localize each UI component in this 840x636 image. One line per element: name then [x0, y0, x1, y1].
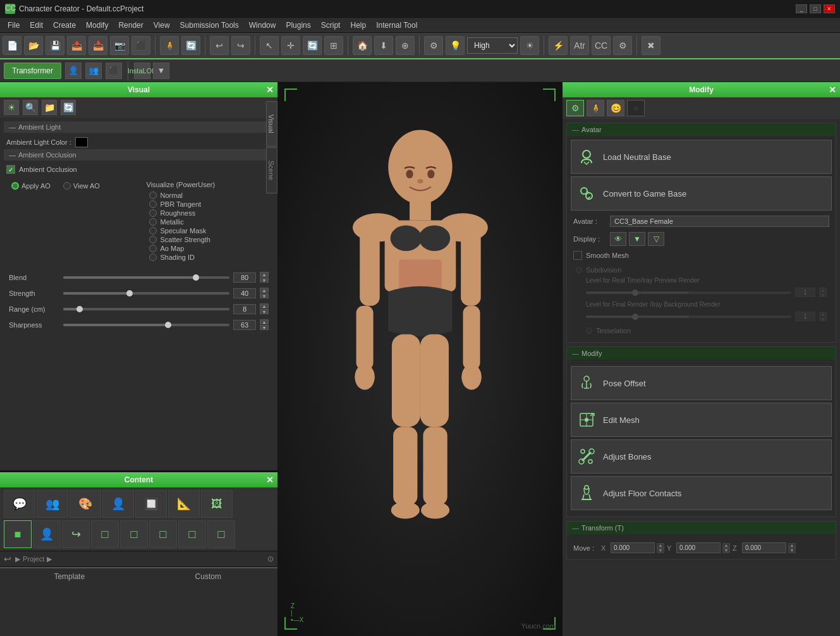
adjust-bones-button[interactable]: Adjust Bones [571, 439, 832, 474]
load-neutral-base-button[interactable]: Load Neutral Base [571, 140, 832, 174]
dl-btn[interactable]: ⬇ [374, 36, 393, 55]
edit-mesh-button[interactable]: Edit Mesh [571, 403, 832, 437]
new-btn[interactable]: 📄 [3, 36, 21, 55]
motion-btn[interactable]: 🔄 [181, 36, 200, 55]
rp-tab-person[interactable]: 🧍 [587, 100, 604, 116]
range-slider[interactable] [63, 308, 229, 310]
select-btn[interactable]: ↖ [260, 36, 279, 55]
visual-refresh-icon[interactable]: 🔄 [61, 100, 76, 115]
shading-id-radio[interactable] [149, 254, 157, 261]
rp-tab-dark[interactable]: ■ [627, 100, 645, 116]
content-icon-mesh[interactable]: 🔲 [135, 490, 167, 518]
content-icon-green[interactable]: ■ [4, 520, 32, 548]
content-icon-sq4[interactable]: □ [178, 520, 206, 548]
sharpness-slider[interactable] [63, 324, 229, 326]
strength-value[interactable] [233, 288, 256, 298]
light-btn[interactable]: 💡 [446, 36, 465, 55]
center-btn[interactable]: ⊕ [396, 36, 415, 55]
move-z-input[interactable] [742, 542, 786, 553]
pbr-tangent-radio[interactable] [149, 200, 157, 208]
scale-btn[interactable]: ⊞ [324, 36, 343, 55]
tb2-icon2[interactable]: 👥 [85, 63, 102, 79]
content-icon-sq5[interactable]: □ [207, 520, 235, 548]
content-icon-sq2[interactable]: □ [120, 520, 148, 548]
strength-up[interactable]: ▲ [260, 288, 269, 293]
cc-btn[interactable]: CC [592, 36, 611, 55]
adjust-floor-contacts-button[interactable]: Adjust Floor Contacts [571, 476, 832, 510]
move-x-up[interactable]: ▲ [657, 543, 664, 548]
menu-edit[interactable]: Edit [25, 20, 48, 31]
instalod-icon[interactable]: InstaLOD [134, 63, 150, 79]
smooth-mesh-checkbox[interactable] [573, 251, 582, 260]
sharpness-value[interactable] [233, 320, 256, 330]
avatar-field-value[interactable] [610, 216, 829, 227]
strength-slider[interactable] [63, 292, 229, 295]
content-icon-align[interactable]: 📐 [168, 490, 200, 518]
minimize-button[interactable]: _ [796, 4, 807, 13]
open-btn[interactable]: 📂 [24, 36, 43, 55]
content-icon-chat[interactable]: 💬 [4, 490, 35, 518]
content-icon-users[interactable]: 👥 [37, 490, 68, 518]
rotate-btn[interactable]: 🔄 [303, 36, 322, 55]
roughness-radio[interactable] [149, 209, 157, 217]
blend-up[interactable]: ▲ [260, 272, 269, 277]
character-btn[interactable]: 🧍 [160, 36, 179, 55]
nav-back-btn[interactable]: ↩ [4, 554, 11, 564]
sun-btn[interactable]: ☀ [520, 36, 539, 55]
instalod-dropdown[interactable]: ▼ [153, 63, 169, 79]
blend-slider[interactable] [63, 276, 229, 279]
atr-btn[interactable]: Atr [570, 36, 589, 55]
extra-btn[interactable]: ✖ [642, 36, 660, 55]
blend-down[interactable]: ▼ [260, 278, 269, 283]
maximize-button[interactable]: □ [810, 4, 821, 13]
content-icon-image[interactable]: 🖼 [201, 490, 233, 518]
tb2-icon1[interactable]: 👤 [65, 63, 82, 79]
viewport-content[interactable]: Z | •—X [278, 82, 562, 636]
move-z-up[interactable]: ▲ [788, 543, 796, 548]
blend-value[interactable] [233, 272, 256, 283]
menu-script[interactable]: Script [316, 20, 346, 31]
sharpness-down[interactable]: ▼ [260, 325, 269, 330]
menu-window[interactable]: Window [244, 20, 281, 31]
move-z-down[interactable]: ▼ [788, 548, 796, 553]
ik-btn[interactable]: ⚡ [549, 36, 568, 55]
tab-template[interactable]: Template [0, 567, 139, 585]
move-y-down[interactable]: ▼ [722, 548, 730, 553]
menu-create[interactable]: Create [48, 20, 81, 31]
sharpness-up[interactable]: ▲ [260, 319, 269, 324]
settings2-btn[interactable]: ⚙ [613, 36, 632, 55]
content-icon-redo[interactable]: ↪ [62, 520, 90, 548]
close-button[interactable]: ✕ [824, 4, 835, 13]
apply-ao-radio[interactable]: Apply AO [11, 182, 51, 190]
convert-to-game-base-button[interactable]: Convert to Game Base [571, 176, 832, 211]
display-down2-icon[interactable]: ▽ [648, 232, 664, 246]
visual-panel-close[interactable]: ✕ [266, 85, 274, 95]
display-eye-icon[interactable]: 👁 [610, 232, 626, 246]
modify-panel-close[interactable]: ✕ [829, 85, 836, 95]
pose-offset-button[interactable]: Pose Offset [571, 366, 832, 400]
content-icon-paint[interactable]: 🎨 [70, 490, 101, 518]
save-btn[interactable]: 💾 [46, 36, 64, 55]
menu-internal[interactable]: Internal Tool [371, 20, 422, 31]
tab-custom[interactable]: Custom [139, 567, 278, 585]
content-icon-sq3[interactable]: □ [149, 520, 177, 548]
visual-side-tab[interactable]: Visual [266, 101, 277, 147]
display-down-icon[interactable]: ▼ [629, 232, 645, 246]
gear-icon[interactable]: ⚙ [424, 36, 443, 55]
view-ao-radio[interactable]: View AO [63, 182, 100, 190]
normal-radio[interactable] [149, 192, 157, 199]
strength-down[interactable]: ▼ [260, 293, 269, 298]
menu-view[interactable]: View [149, 20, 175, 31]
rp-tab-face[interactable]: 😊 [607, 100, 624, 116]
content-icon-sq1[interactable]: □ [91, 520, 119, 548]
move-y-up[interactable]: ▲ [722, 543, 730, 548]
menu-render[interactable]: Render [113, 20, 148, 31]
scatter-radio[interactable] [149, 236, 157, 243]
move-y-input[interactable] [676, 542, 721, 553]
screenshot-btn[interactable]: 📷 [110, 36, 129, 55]
export-btn[interactable]: 📤 [67, 36, 86, 55]
metallic-radio[interactable] [149, 218, 157, 226]
home-btn[interactable]: 🏠 [353, 36, 372, 55]
undo-btn[interactable]: ↩ [210, 36, 229, 55]
range-value[interactable] [233, 304, 256, 314]
